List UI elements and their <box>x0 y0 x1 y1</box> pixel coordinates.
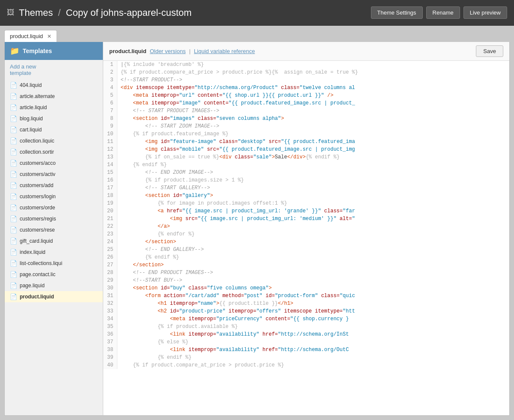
file-icon: 📄 <box>10 104 17 111</box>
sidebar-item[interactable]: 📄customers/login <box>5 191 103 202</box>
code-line-24: 24 </section> <box>103 238 509 246</box>
file-icon: 📄 <box>10 160 17 167</box>
sidebar-item[interactable]: 📄article.liquid <box>5 102 103 113</box>
main-container: product.liquid ✕ 📁 Templates Add a newte… <box>0 26 514 420</box>
sidebar-item[interactable]: 📄customers/activ <box>5 169 103 180</box>
file-icon: 📄 <box>10 260 17 267</box>
sidebar-item[interactable]: 📄article.alternate <box>5 91 103 102</box>
code-line-23: 23 {% endfor %} <box>103 230 509 238</box>
sidebar-item[interactable]: 📄customers/add <box>5 180 103 191</box>
code-line-32: 32 <h1 itemprop="name">{{ product.title … <box>103 300 509 307</box>
editor-container: 📁 Templates Add a newtemplate 📄404.liqui… <box>4 42 510 416</box>
code-line-34: 34 <meta itemprop="priceCurrency" conten… <box>103 315 509 323</box>
code-line-27: 27 </section> <box>103 261 509 269</box>
sidebar-header: 📁 Templates <box>5 42 103 60</box>
code-line-30: 30 <section id="buy" class="five columns… <box>103 284 509 292</box>
sidebar-title: Templates <box>23 48 52 54</box>
code-line-14: 14 {% endif %} <box>103 161 509 169</box>
code-line-16: 16 {% if product.images.size > 1 %} <box>103 176 509 184</box>
code-line-12: 12 <img class="mobile" src="{{ product.f… <box>103 146 509 153</box>
sidebar-item[interactable]: 📄404.liquid <box>5 80 103 91</box>
older-versions-link[interactable]: Older versions <box>150 48 186 54</box>
tab-product-liquid[interactable]: product.liquid ✕ <box>4 30 57 42</box>
sidebar-item[interactable]: 📄customers/rese <box>5 224 103 235</box>
code-line-28: 28 <!-- END PRODUCT IMAGES--> <box>103 269 509 277</box>
code-line-3: 3 <!--START PRODUCT--> <box>103 76 509 84</box>
sidebar-item[interactable]: 📄blog.liquid <box>5 113 103 124</box>
sidebar-item[interactable]: 📄index.liquid <box>5 247 103 258</box>
tab-bar: product.liquid ✕ <box>4 30 510 42</box>
image-icon: 🖼 <box>7 8 15 17</box>
close-tab-icon[interactable]: ✕ <box>47 33 51 39</box>
code-line-18: 18 <section id="gallery"> <box>103 192 509 200</box>
code-line-26: 26 {% endif %} <box>103 253 509 261</box>
sidebar-item[interactable]: 📄page.liquid <box>5 280 103 291</box>
code-line-6: 6 <meta itemprop="image" content="{{ pro… <box>103 99 509 107</box>
sidebar-item[interactable]: 📄cart.liquid <box>5 124 103 135</box>
sidebar-item[interactable]: 📄page.contact.lic <box>5 269 103 280</box>
editor-filename: product.liquid <box>109 48 146 54</box>
add-template-link[interactable]: Add a newtemplate <box>5 60 103 80</box>
code-line-7: 7 <!-- START PRODUCT IMAGES--> <box>103 107 509 115</box>
code-line-29: 29 <!--START BUY--> <box>103 277 509 284</box>
liquid-variable-reference-link[interactable]: Liquid variable reference <box>194 48 255 54</box>
code-line-13: 13 {% if on_sale == true %}<div class="s… <box>103 153 509 161</box>
code-line-31: 31 <form action="/cart/add" method="post… <box>103 292 509 300</box>
sidebar-item[interactable]: 📄customers/acco <box>5 158 103 169</box>
file-icon: 📄 <box>10 93 17 100</box>
sidebar-item[interactable]: 📄gift_card.liquid <box>5 235 103 247</box>
code-line-5: 5 <meta itemprop="url" content="{{ shop.… <box>103 92 509 99</box>
code-line-2: 2 {% if product.compare_at_price > produ… <box>103 69 509 76</box>
file-icon: 📄 <box>10 204 17 211</box>
breadcrumb-themes[interactable]: Themes <box>19 7 53 18</box>
sidebar-item[interactable]: 📄list-collections.liqui <box>5 258 103 269</box>
file-icon: 📄 <box>10 293 17 300</box>
code-editor[interactable]: 1 |{% include 'breadcrumb' %} 2 {% if pr… <box>103 61 509 415</box>
sidebar-item[interactable]: 📄collection.sortir <box>5 146 103 158</box>
breadcrumb: Themes / Copy of johns-apparel-custom <box>19 7 368 18</box>
sidebar-item[interactable]: 📄collection.liquic <box>5 135 103 146</box>
save-button[interactable]: Save <box>476 45 503 57</box>
theme-settings-button[interactable]: Theme Settings <box>371 6 423 19</box>
file-icon: 📄 <box>10 171 17 178</box>
sidebar-item-active[interactable]: 📄product.liquid <box>5 291 103 302</box>
file-icon: 📄 <box>10 282 17 289</box>
app-header: 🖼 Themes / Copy of johns-apparel-custom … <box>0 0 514 26</box>
breadcrumb-sep: / <box>58 7 61 18</box>
file-icon: 📄 <box>10 215 17 222</box>
file-icon: 📄 <box>10 182 17 189</box>
code-table: 1 |{% include 'breadcrumb' %} 2 {% if pr… <box>103 61 509 369</box>
code-area: product.liquid Older versions | Liquid v… <box>103 42 509 415</box>
code-line-22: 22 </a> <box>103 223 509 230</box>
file-icon: 📄 <box>10 271 17 278</box>
file-icon: 📄 <box>10 238 17 244</box>
breadcrumb-current: Copy of johns-apparel-custom <box>66 7 191 18</box>
code-line-33: 33 <h2 id="product-price" itemprop="offe… <box>103 307 509 315</box>
tab-label: product.liquid <box>10 33 43 39</box>
file-icon: 📄 <box>10 82 17 89</box>
rename-button[interactable]: Rename <box>426 6 460 19</box>
file-icon: 📄 <box>10 126 17 133</box>
file-icon: 📄 <box>10 137 17 144</box>
code-line-38: 38 <link itemprop="availability" href="h… <box>103 346 509 354</box>
code-line-10: 10 {% if product.featured_image %} <box>103 130 509 138</box>
sidebar: 📁 Templates Add a newtemplate 📄404.liqui… <box>5 42 103 415</box>
sidebar-item[interactable]: 📄customers/orde <box>5 202 103 213</box>
code-line-39: 39 {% endif %} <box>103 354 509 361</box>
code-line-19: 19 {% for image in product.images offset… <box>103 200 509 207</box>
live-preview-button[interactable]: Live preview <box>463 6 507 19</box>
code-line-9: 9 <!-- START ZOOM IMAGE--> <box>103 122 509 130</box>
file-icon: 📄 <box>10 193 17 200</box>
code-line-4: 4 <div itemscope itemtype="http://schema… <box>103 84 509 92</box>
code-line-36: 36 <link itemprop="availability" href="h… <box>103 331 509 338</box>
code-line-1: 1 |{% include 'breadcrumb' %} <box>103 61 509 69</box>
file-icon: 📄 <box>10 115 17 122</box>
file-icon: 📄 <box>10 249 17 256</box>
file-icon: 📄 <box>10 149 17 155</box>
code-line-25: 25 <!-- END GALLERY--> <box>103 246 509 253</box>
folder-icon: 📁 <box>10 46 19 56</box>
code-line-21: 21 <img src="{{ image.src | product_img_… <box>103 215 509 223</box>
code-line-40: 40 {% if product.compare_at_price > prod… <box>103 361 509 369</box>
sidebar-item[interactable]: 📄customers/regis <box>5 213 103 224</box>
code-toolbar: product.liquid Older versions | Liquid v… <box>103 42 509 61</box>
